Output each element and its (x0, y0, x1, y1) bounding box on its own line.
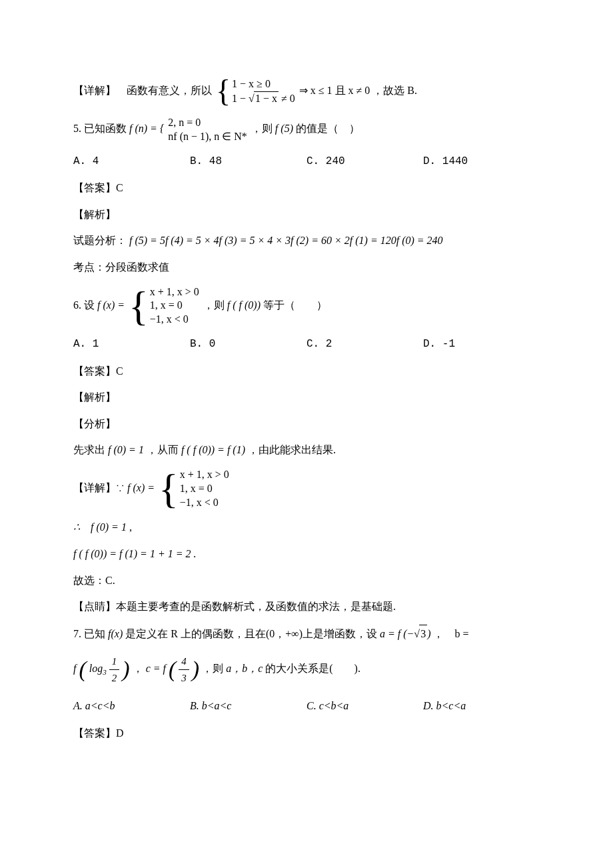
q6-answer: 【答案】C (73, 363, 540, 380)
q6-detail: 【详解】∵ f (x) = { x + 1, x > 0 1, x = 0 −1… (73, 468, 540, 509)
left-brace-icon: { (129, 285, 149, 327)
case1: 1 − x ≥ 0 (232, 77, 295, 91)
q7-b-expr: f ( log3 1 2 ) (73, 663, 133, 674)
fraction-4-3: 4 3 (179, 653, 189, 686)
text: 【详解】 函数有意义，所以 (73, 85, 212, 96)
q6-jiexi-label: 【解析】 (73, 389, 540, 406)
q6-cases: { x + 1, x > 0 1, x = 0 −1, x < 0 (129, 285, 199, 327)
q5-opt-c: C. 240 (306, 153, 423, 171)
left-brace-icon: { (159, 468, 179, 509)
left-paren-icon: ( (169, 657, 176, 681)
q7-opt-a: A. a<c<b (73, 700, 115, 711)
q5-answer: 【答案】C (73, 179, 540, 197)
q5-cases: 2, n = 0 nf (n − 1), n ∈ N* (168, 116, 247, 144)
fraction-1-2: 1 2 (109, 653, 120, 686)
q5-kaodian: 考点：分段函数求值 (73, 259, 540, 276)
right-paren-icon: ) (192, 657, 199, 681)
q5-stem: 5. 已知函数 f (n) = { 2, n = 0 nf (n − 1), n… (73, 116, 540, 144)
q7-answer: 【答案】D (73, 725, 540, 742)
q5-options: A. 4 B. 48 C. 240 D. 1440 (73, 153, 540, 171)
q6-step2: ∴ f (0) = 1 , (73, 519, 540, 536)
q7-stem-1: 7. 已知 f(x) 是定义在 R 上的偶函数，且在(0，+∞)上是增函数，设 … (73, 625, 540, 643)
left-brace-icon: { (216, 76, 231, 107)
q6-stem: 6. 设 f (x) = { x + 1, x > 0 1, x = 0 −1,… (73, 285, 540, 327)
left-paren-icon: ( (79, 657, 86, 681)
q6-step4: 故选：C. (73, 572, 540, 589)
q7-c-expr: c = f ( 4 3 ) (146, 663, 203, 674)
q6-options: A. 1 B. 0 C. 2 D. -1 (73, 336, 540, 353)
q6-dianjing: 【点睛】本题主要考查的是函数解析式，及函数值的求法，是基础题. (73, 598, 540, 615)
q7-stem-2: f ( log3 1 2 ) ， c = f ( 4 3 ) ，则 a，b，c … (73, 651, 540, 687)
q6-opt-c: C. 2 (306, 336, 423, 353)
q5-jiexi-label: 【解析】 (73, 206, 540, 223)
q6-fenxi-label: 【分析】 (73, 415, 540, 433)
q5-opt-b: B. 48 (190, 153, 306, 171)
right-paren-icon: ) (122, 657, 129, 681)
q7-opt-d: D. b<c<a (423, 700, 466, 711)
q5-analysis: 试题分析： f (5) = 5f (4) = 5 × 4f (3) = 5 × … (73, 232, 540, 249)
conclusion: ⇒ x ≤ 1 且 x ≠ 0 ，故选 B. (299, 85, 417, 96)
q6-step3: f ( f (0)) = f (1) = 1 + 1 = 2 . (73, 545, 540, 563)
q6-detail-cases: { x + 1, x > 0 1, x = 0 −1, x < 0 (159, 468, 229, 509)
cases: 1 − x ≥ 0 1 − √1 − x ≠ 0 (232, 77, 295, 106)
q6-step1: 先求出 f (0) = 1 ，从而 f ( f (0)) = f (1) ，由此… (73, 441, 540, 459)
q6-opt-d: D. -1 (423, 336, 540, 353)
q7-opt-b: B. b<a<c (190, 700, 231, 711)
detail-prev-q: 【详解】 函数有意义，所以 { 1 − x ≥ 0 1 − √1 − x ≠ 0… (73, 76, 540, 107)
q6-opt-a: A. 1 (73, 336, 190, 353)
case2: 1 − √1 − x ≠ 0 (232, 91, 295, 106)
q6-opt-b: B. 0 (190, 336, 306, 353)
q5-opt-a: A. 4 (73, 153, 190, 171)
q5-opt-d: D. 1440 (423, 153, 540, 171)
system-brace: { 1 − x ≥ 0 1 − √1 − x ≠ 0 (216, 76, 295, 107)
q7-opt-c: C. c<b<a (306, 700, 348, 711)
q7-options: A. a<c<b B. b<a<c C. c<b<a D. b<c<a (73, 697, 540, 716)
